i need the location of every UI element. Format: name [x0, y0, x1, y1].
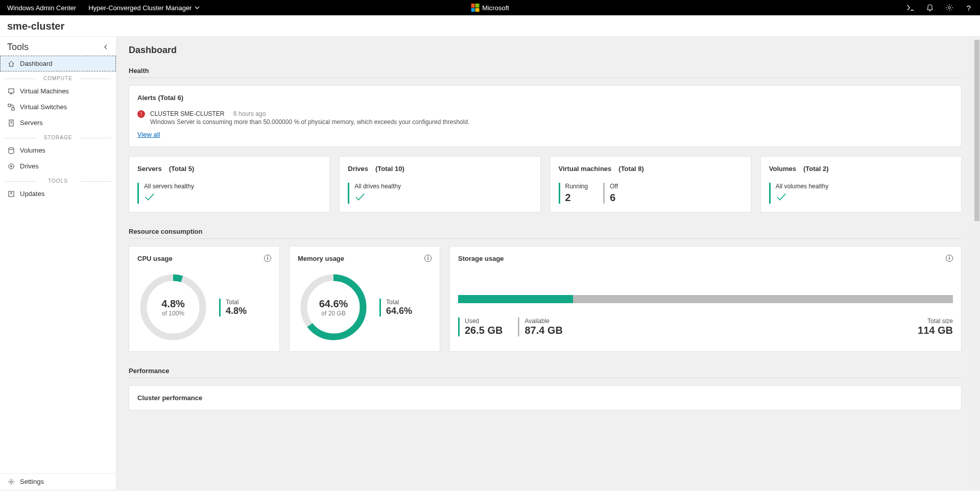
svg-rect-3 — [12, 108, 14, 110]
console-icon[interactable] — [906, 4, 915, 12]
svg-rect-2 — [8, 104, 11, 107]
running-value: 2 — [565, 192, 588, 204]
microsoft-logo-icon — [471, 4, 479, 12]
off-value: 6 — [610, 192, 618, 204]
vms-card[interactable]: Virtual machines(Total 8) Running2 Off6 — [550, 156, 751, 212]
notifications-icon[interactable] — [926, 4, 934, 12]
app-name: Windows Admin Center — [7, 4, 76, 12]
storage-bar — [458, 295, 953, 303]
cpu-total-value: 4.8% — [226, 306, 247, 316]
alert-source: CLUSTER SME-CLUSTER — [150, 110, 224, 117]
status-label: All servers healthy — [144, 183, 194, 190]
sidebar-item-vswitches[interactable]: Virtual Switches — [0, 99, 116, 115]
switch-icon — [8, 104, 15, 111]
card-total: (Total 2) — [803, 165, 829, 173]
info-icon[interactable]: i — [424, 255, 432, 262]
card-title: Memory usage — [298, 255, 344, 262]
sidebar: Tools Dashboard COMPUTE Virtual Machines… — [0, 37, 116, 489]
svg-point-5 — [9, 148, 14, 150]
module-dropdown[interactable]: Hyper-Converged Cluster Manager — [88, 4, 200, 12]
card-title: Storage usage — [458, 255, 504, 262]
svg-point-6 — [9, 164, 14, 169]
alert-message: Windows Server is consuming more than 50… — [150, 118, 469, 126]
alert-error-icon: ! — [137, 110, 145, 118]
mem-total-label: Total — [386, 299, 412, 306]
svg-point-9 — [10, 481, 12, 483]
gear-icon — [8, 478, 15, 485]
sidebar-item-volumes[interactable]: Volumes — [0, 142, 116, 158]
drive-icon — [8, 163, 15, 170]
chevron-down-icon — [195, 5, 200, 10]
card-total: (Total 8) — [618, 165, 644, 173]
server-icon — [8, 119, 15, 127]
card-title: Volumes — [769, 165, 796, 173]
scrollbar[interactable] — [974, 37, 980, 489]
alert-time: 6 hours ago — [233, 110, 266, 117]
health-heading: Health — [129, 67, 962, 75]
nav-label: Volumes — [20, 146, 45, 154]
resource-heading: Resource consumption — [129, 228, 962, 235]
memory-gauge: 64.6%of 20 GB — [298, 272, 369, 343]
check-icon — [144, 192, 155, 202]
status-label: All drives healthy — [354, 183, 401, 190]
total-value: 114 GB — [918, 325, 953, 336]
cpu-sub: of 100% — [162, 310, 184, 317]
settings-gear-icon[interactable] — [945, 4, 953, 12]
running-label: Running — [565, 183, 588, 190]
drives-card[interactable]: Drives(Total 10) All drives healthy — [339, 156, 540, 212]
svg-point-7 — [11, 165, 12, 167]
sidebar-item-vms[interactable]: Virtual Machines — [0, 83, 116, 99]
group-compute: COMPUTE — [0, 76, 116, 81]
nav-label: Virtual Switches — [20, 103, 67, 111]
servers-card[interactable]: Servers(Total 5) All servers healthy — [129, 156, 330, 212]
alert-row[interactable]: ! CLUSTER SME-CLUSTER 6 hours ago Window… — [137, 110, 953, 126]
help-icon[interactable]: ? — [965, 4, 973, 12]
module-label: Hyper-Converged Cluster Manager — [88, 4, 192, 12]
memory-pct: 64.6% — [319, 298, 348, 310]
scrollbar-thumb[interactable] — [974, 40, 979, 221]
storage-card: Storage usagei Used26.5 GB Available87.4… — [449, 246, 962, 352]
group-tools: TOOLS — [0, 178, 116, 184]
memory-card: Memory usagei 64.6%of 20 GB Total64.6% — [289, 246, 440, 352]
info-icon[interactable]: i — [946, 255, 953, 262]
nav-label: Settings — [20, 478, 44, 485]
sidebar-item-dashboard[interactable]: Dashboard — [0, 56, 116, 71]
sidebar-item-settings[interactable]: Settings — [0, 474, 116, 489]
tools-title: Tools — [7, 42, 29, 53]
avail-label: Available — [524, 317, 562, 325]
card-total: (Total 10) — [375, 165, 404, 173]
microsoft-label: Microsoft — [482, 4, 509, 12]
check-icon — [354, 192, 366, 202]
sidebar-item-servers[interactable]: Servers — [0, 115, 116, 131]
microsoft-brand: Microsoft — [471, 4, 509, 12]
volume-icon — [8, 147, 15, 154]
nav-label: Dashboard — [20, 60, 53, 67]
updates-icon — [8, 190, 15, 198]
card-total: (Total 5) — [169, 165, 195, 173]
check-icon — [776, 192, 787, 202]
collapse-sidebar-icon[interactable] — [103, 42, 109, 53]
info-icon[interactable]: i — [264, 255, 271, 262]
cpu-total-label: Total — [226, 299, 247, 306]
card-title: Drives — [348, 165, 368, 173]
titlebar: sme-cluster — [0, 15, 980, 37]
nav-label: Updates — [20, 190, 44, 198]
cpu-pct: 4.8% — [161, 298, 185, 310]
topbar: Windows Admin Center Hyper-Converged Clu… — [0, 0, 980, 15]
svg-point-0 — [948, 7, 950, 9]
used-label: Used — [465, 317, 503, 325]
sidebar-item-drives[interactable]: Drives — [0, 158, 116, 174]
home-icon — [8, 60, 15, 67]
nav-label: Servers — [20, 119, 43, 127]
sidebar-item-updates[interactable]: Updates — [0, 186, 116, 202]
page-title: Dashboard — [129, 45, 962, 56]
volumes-card[interactable]: Volumes(Total 2) All volumes healthy — [760, 156, 962, 212]
nav-label: Drives — [20, 162, 39, 170]
perf-title: Cluster performance — [137, 394, 953, 402]
off-label: Off — [610, 183, 618, 190]
view-all-link[interactable]: View all — [137, 131, 160, 138]
content-area: Dashboard Health Alerts (Total 6) ! CLUS… — [116, 37, 974, 489]
cpu-card: CPU usagei 4.8%of 100% Total4.8% — [129, 246, 280, 352]
performance-card: Cluster performance — [129, 385, 962, 410]
status-label: All volumes healthy — [776, 183, 828, 190]
